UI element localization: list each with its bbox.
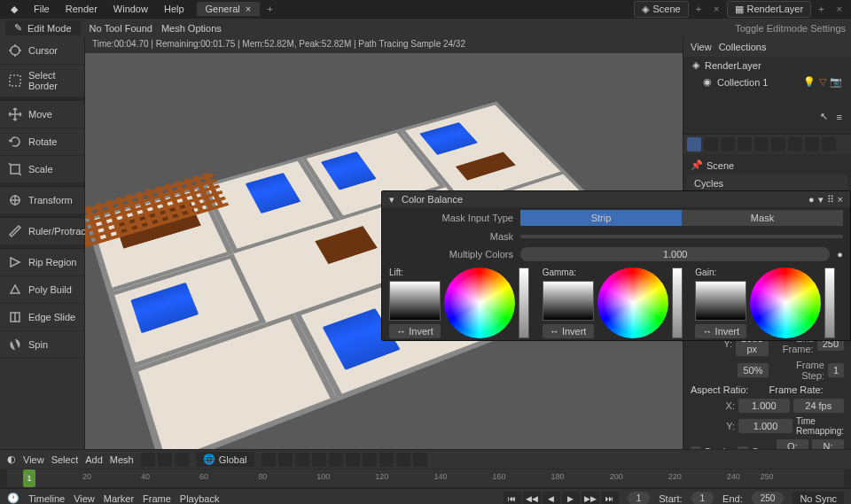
mode-selector[interactable]: ✎Edit Mode	[5, 20, 81, 35]
scene-breadcrumb[interactable]: Scene	[707, 160, 734, 171]
gamma-swatch[interactable]	[543, 281, 594, 321]
cursor-toggle-icon[interactable]: ↖	[820, 111, 828, 122]
gain-swatch[interactable]	[695, 281, 746, 321]
timeline[interactable]: 1 0 20 40 60 80 100 120 140 160 180 200 …	[0, 469, 851, 488]
panel-close-icon[interactable]: ×	[838, 194, 843, 205]
xray-icon[interactable]	[346, 453, 360, 467]
camera-icon[interactable]: 📷	[830, 76, 842, 88]
multiply-slider[interactable]: 1.000	[520, 247, 830, 261]
tool-ruler[interactable]: Ruler/Protrac...	[0, 218, 84, 245]
outliner-tab-collections[interactable]: Collections	[719, 42, 767, 52]
tool-rip-region[interactable]: Rip Region	[0, 249, 84, 276]
prop-tab-scene[interactable]	[738, 137, 752, 151]
window-menu[interactable]: Window	[106, 2, 155, 16]
mesh-menu[interactable]: Mesh	[110, 454, 134, 465]
frame-step-field[interactable]: 1	[828, 363, 844, 377]
blender-icon[interactable]: ◆	[4, 2, 25, 17]
outliner-collection[interactable]: ◉Collection 1 💡▽📷	[683, 74, 851, 90]
tl-playback-menu[interactable]: Playback	[180, 493, 220, 504]
next-key-button[interactable]: ▶▶	[582, 492, 599, 505]
panel-toggle-icon[interactable]: ▾	[389, 194, 394, 205]
border-check[interactable]	[691, 446, 701, 449]
filter-icon[interactable]: ≡	[837, 112, 842, 122]
add-scene[interactable]: +	[691, 2, 707, 16]
gamma-value-bar[interactable]	[672, 268, 683, 338]
prop-tab-render[interactable]	[687, 137, 701, 151]
prop-tab-output[interactable]	[704, 137, 718, 151]
mesh-icon[interactable]: ▽	[819, 76, 826, 88]
mask-mask-btn[interactable]: Mask	[682, 210, 843, 226]
tool-rotate[interactable]: Rotate	[0, 128, 84, 156]
lift-swatch[interactable]	[389, 281, 441, 321]
prop-tab-physics[interactable]	[822, 137, 836, 151]
tool-cursor[interactable]: Cursor	[0, 37, 84, 65]
jump-end-button[interactable]: ⏭	[601, 492, 619, 505]
tool-edge-slide[interactable]: Edge Slide	[0, 304, 84, 331]
jump-start-button[interactable]: ⏮	[504, 492, 521, 505]
anim-dot-icon[interactable]: ●	[837, 249, 843, 260]
panel-mute-icon[interactable]: ●	[808, 194, 815, 205]
render-menu[interactable]: Render	[59, 2, 105, 16]
gain-invert-btn[interactable]: ↔Invert	[695, 324, 746, 338]
shade-icon[interactable]	[312, 453, 326, 467]
del-layer[interactable]: ×	[831, 2, 847, 16]
snap-icon[interactable]	[278, 453, 293, 467]
lift-wheel[interactable]	[444, 268, 515, 338]
prop-tab-object[interactable]	[771, 137, 785, 151]
matprev-icon[interactable]	[396, 453, 410, 467]
tab-general[interactable]: General×	[197, 2, 261, 16]
end-frame-field[interactable]: 250	[752, 492, 785, 504]
gamma-invert-btn[interactable]: ↔Invert	[543, 324, 594, 338]
wire-icon[interactable]	[363, 453, 377, 467]
view-menu[interactable]: View	[23, 454, 44, 465]
editor-type-icon[interactable]: ◐	[7, 454, 16, 465]
panel-menu-icon[interactable]: ▾	[818, 194, 824, 205]
add-menu[interactable]: Add	[85, 454, 103, 465]
prop-tab-world[interactable]	[754, 137, 769, 151]
orientation-selector[interactable]: 🌐Global	[196, 452, 254, 467]
start-frame-field[interactable]: 1	[691, 492, 714, 504]
panel-grip-icon[interactable]: ⠿	[827, 194, 834, 205]
tool-poly-build[interactable]: Poly Build	[0, 276, 84, 304]
mesh-options[interactable]: Mesh Options	[161, 23, 222, 34]
prop-tab-particle[interactable]	[805, 137, 819, 151]
timeline-editor-icon[interactable]: 🕐	[7, 492, 20, 504]
help-menu[interactable]: Help	[157, 2, 191, 16]
tl-view-menu[interactable]: View	[74, 493, 95, 504]
sel-vert-icon[interactable]	[141, 453, 155, 467]
pin-icon[interactable]: 📌	[691, 159, 703, 171]
prop-tab-layers[interactable]	[721, 137, 735, 151]
sel-face-icon[interactable]	[175, 453, 189, 467]
sync-selector[interactable]: No Sync	[792, 492, 844, 505]
tool-spin[interactable]: Spin	[0, 331, 84, 359]
file-menu[interactable]: File	[27, 2, 57, 16]
gamma-wheel[interactable]	[597, 268, 668, 338]
rendered-icon[interactable]	[413, 453, 427, 467]
tool-select-border[interactable]: Select Border	[0, 65, 84, 97]
add-layer[interactable]: +	[813, 2, 829, 16]
select-menu[interactable]: Select	[51, 454, 79, 465]
scene-selector[interactable]: ◈Scene	[634, 1, 688, 18]
sel-edge-icon[interactable]	[158, 453, 172, 467]
layer-selector[interactable]: ▦RenderLayer	[727, 1, 812, 18]
pivot-icon[interactable]	[262, 453, 276, 467]
aspect-y[interactable]: 1.000	[738, 419, 792, 433]
outliner-root[interactable]: ◈RenderLayer	[683, 57, 851, 74]
mask-field[interactable]	[520, 235, 843, 238]
light-icon[interactable]: 💡	[803, 76, 816, 88]
solid-icon[interactable]	[379, 453, 394, 467]
prop-edit-icon[interactable]	[295, 453, 309, 467]
lift-invert-btn[interactable]: ↔Invert	[389, 324, 441, 338]
tl-marker-menu[interactable]: Marker	[104, 493, 134, 504]
frame-rate[interactable]: 24 fps	[793, 399, 845, 413]
tool-move[interactable]: Move	[0, 101, 84, 128]
prop-tab-modifier[interactable]	[788, 137, 802, 151]
outliner-tab-view[interactable]: View	[691, 42, 712, 52]
gain-wheel[interactable]	[750, 268, 821, 338]
play-button[interactable]: ▶	[562, 492, 580, 505]
mask-strip-btn[interactable]: Strip	[520, 210, 682, 226]
gain-value-bar[interactable]	[824, 268, 835, 338]
tool-scale[interactable]: Scale	[0, 156, 84, 183]
percent-field[interactable]: 50%	[738, 363, 768, 377]
editmode-settings[interactable]: Toggle Editmode Settings	[735, 23, 846, 34]
